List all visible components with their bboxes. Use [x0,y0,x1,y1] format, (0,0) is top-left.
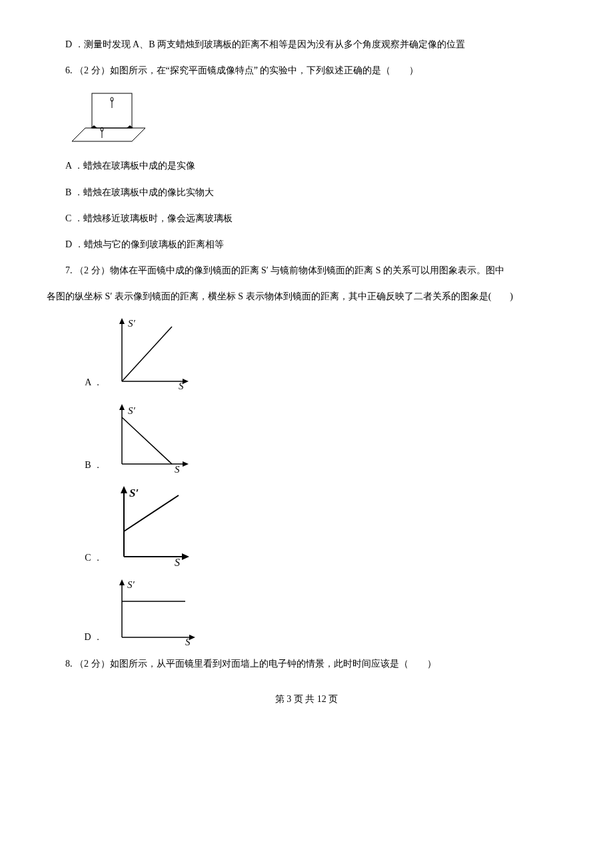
q7-stem-line1: 7. （2 分）物体在平面镜中成的像到镜面的距离 S′ 与镜前物体到镜面的距离 … [47,262,566,279]
page-body: D ．测量时发现 A、B 两支蜡烛到玻璃板的距离不相等是因为没有从多个角度观察并… [0,0,613,721]
axis-x-label: S [185,637,191,646]
svg-marker-0 [72,128,145,141]
axis-y-label: S′ [127,579,135,590]
svg-line-22 [124,495,179,531]
q7-option-a-row: A ． S′ S [47,315,566,391]
svg-marker-24 [119,579,125,585]
q7-option-d-row: D ． S′ S [47,576,566,646]
svg-rect-1 [92,93,132,128]
svg-marker-9 [119,318,125,324]
q7-graph-b: S′ S [105,401,199,474]
q7-stem-line2: 各图的纵坐标 S′ 表示像到镜面的距离，横坐标 S 表示物体到镜面的距离，其中正… [47,288,566,305]
axis-y-label: S′ [128,318,136,329]
axis-x-label: S [175,557,180,567]
q7-label-b: B ． [47,457,105,473]
q8-stem: 8. （2 分）如图所示，从平面镜里看到对面墙上的电子钟的情景，此时时间应该是（… [47,655,566,672]
q7-graph-a: S′ S [105,315,199,391]
q6-option-b: B ．蜡烛在玻璃板中成的像比实物大 [47,184,566,201]
q7-option-c-row: C ． S′ S [47,483,566,567]
svg-marker-19 [121,486,127,493]
page-footer: 第 3 页 共 12 页 [47,691,566,707]
axis-x-label: S [175,464,180,474]
svg-marker-16 [183,461,189,467]
axis-x-label: S [179,381,184,391]
q7-label-c: C ． [47,549,105,566]
q7-option-b-row: B ． S′ S [47,401,566,474]
q7-graph-d: S′ S [105,576,205,646]
q6-figure [65,88,566,148]
axis-y-label: S′ [129,487,139,499]
q7-label-a: A ． [47,374,105,391]
q7-label-d: D ． [47,629,105,645]
q6-option-d: D ．蜡烛与它的像到玻璃板的距离相等 [47,236,566,253]
axis-y-label: S′ [128,405,136,416]
q5-option-d: D ．测量时发现 A、B 两支蜡烛到玻璃板的距离不相等是因为没有从多个角度观察并… [47,36,566,53]
svg-line-12 [122,327,172,381]
q7-graph-c: S′ S [105,483,199,567]
q6-option-c: C ．蜡烛移近玻璃板时，像会远离玻璃板 [47,210,566,227]
q6-option-a: A ．蜡烛在玻璃板中成的是实像 [47,157,566,174]
q6-stem: 6. （2 分）如图所示，在“探究平面镜成像特点” 的实验中，下列叙述正确的是（… [47,62,566,79]
svg-marker-21 [182,553,189,560]
svg-marker-14 [119,404,125,410]
svg-line-17 [122,417,172,464]
